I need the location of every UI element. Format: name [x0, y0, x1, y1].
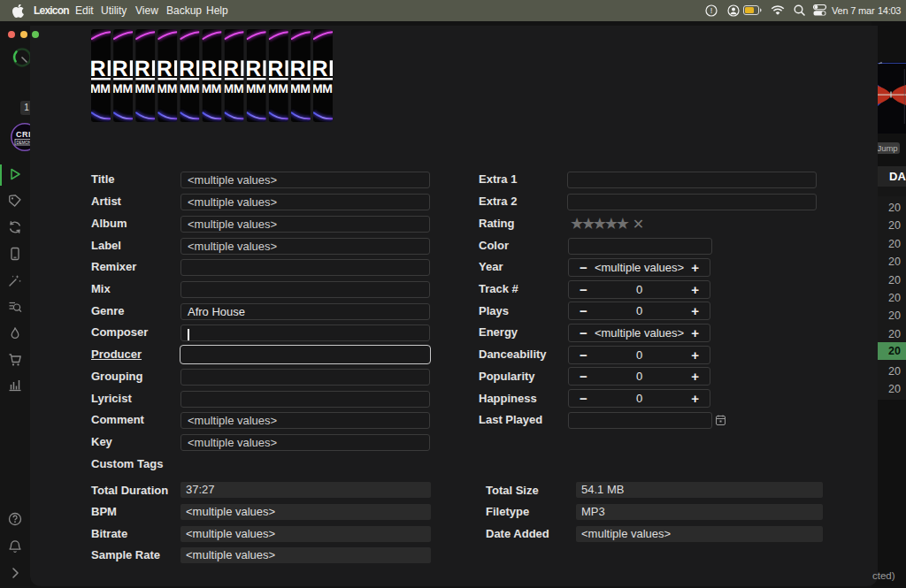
svg-text:!: ! — [710, 6, 713, 15]
svg-text:DEMON: DEMON — [17, 141, 32, 145]
